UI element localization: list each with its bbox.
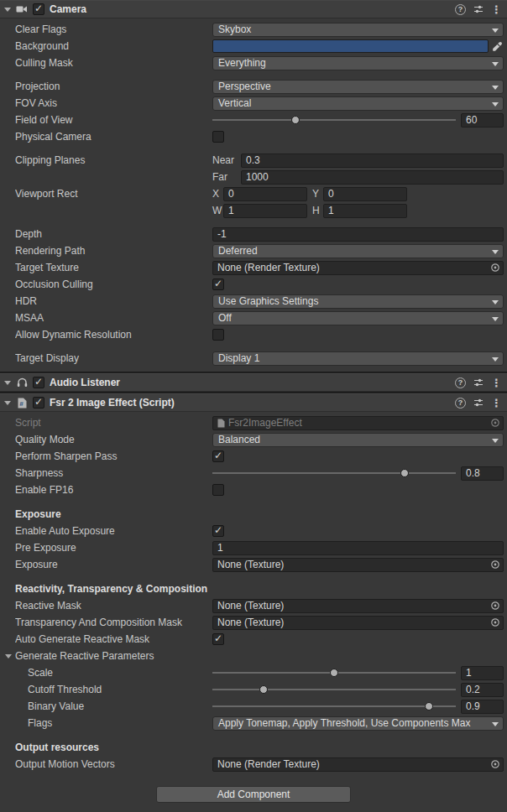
quality-mode-dropdown[interactable]: Balanced bbox=[212, 433, 504, 447]
chevron-down-icon bbox=[492, 62, 499, 66]
foldout-expanded-icon[interactable] bbox=[4, 381, 11, 385]
auto-generate-reactive-mask-checkbox[interactable] bbox=[212, 633, 224, 645]
presets-icon[interactable] bbox=[473, 377, 483, 388]
chevron-down-icon bbox=[492, 29, 499, 33]
msaa-dropdown[interactable]: Off bbox=[212, 311, 504, 325]
viewport-x-input[interactable]: 0 bbox=[223, 187, 307, 201]
row-perform-sharpen-pass: Perform Sharpen Pass bbox=[0, 448, 507, 465]
camera-enabled-checkbox[interactable] bbox=[33, 3, 44, 15]
sharpness-slider[interactable] bbox=[212, 465, 456, 481]
viewport-w-input[interactable]: 1 bbox=[223, 204, 307, 218]
chevron-down-icon bbox=[492, 439, 499, 443]
field-label: Viewport Rect bbox=[15, 188, 212, 200]
object-picker-icon[interactable] bbox=[489, 262, 501, 273]
audio-listener-component-header: Audio Listener ? ⋮ bbox=[0, 373, 507, 392]
field-label: Projection bbox=[15, 81, 212, 92]
field-of-view-input[interactable]: 60 bbox=[461, 113, 504, 128]
enable-fp16-checkbox[interactable] bbox=[212, 484, 224, 496]
cutoff-threshold-slider[interactable] bbox=[212, 681, 456, 698]
row-cutoff-threshold: Cutoff Threshold 0.2 bbox=[0, 681, 507, 698]
row-fov-axis: FOV Axis Vertical bbox=[0, 95, 507, 112]
output-motion-vectors-objectfield[interactable]: None (Render Texture) bbox=[212, 757, 504, 772]
row-occlusion-culling: Occlusion Culling bbox=[0, 276, 507, 293]
object-picker-icon[interactable] bbox=[489, 617, 501, 628]
object-picker-icon[interactable] bbox=[489, 417, 501, 429]
audio-listener-enabled-checkbox[interactable] bbox=[33, 377, 44, 388]
field-label: Exposure bbox=[15, 559, 212, 570]
field-value: 0.3 bbox=[246, 154, 260, 166]
field-label: Target Display bbox=[15, 352, 212, 364]
field-label: Output Motion Vectors bbox=[15, 758, 212, 770]
fov-axis-dropdown[interactable]: Vertical bbox=[212, 96, 504, 111]
exposure-objectfield[interactable]: None (Texture) bbox=[212, 558, 504, 572]
rendering-path-dropdown[interactable]: Deferred bbox=[212, 244, 504, 258]
more-menu-icon[interactable]: ⋮ bbox=[491, 377, 502, 388]
scale-slider[interactable] bbox=[212, 664, 456, 681]
binary-value-slider[interactable] bbox=[212, 698, 456, 715]
help-icon[interactable]: ? bbox=[455, 377, 466, 388]
w-sublabel: W bbox=[212, 205, 223, 216]
more-menu-icon[interactable]: ⋮ bbox=[491, 4, 502, 15]
row-target-display: Target Display Display 1 bbox=[0, 350, 507, 367]
reactive-mask-objectfield[interactable]: None (Texture) bbox=[212, 599, 504, 613]
viewport-y-input[interactable]: 0 bbox=[323, 187, 407, 201]
scale-input[interactable]: 1 bbox=[461, 666, 504, 680]
foldout-expanded-icon[interactable] bbox=[4, 401, 11, 405]
field-label: Allow Dynamic Resolution bbox=[15, 329, 212, 341]
background-color-swatch[interactable] bbox=[212, 39, 489, 53]
culling-mask-dropdown[interactable]: Everything bbox=[212, 56, 504, 70]
binary-value-input[interactable]: 0.9 bbox=[461, 700, 504, 714]
row-reactive-mask: Reactive Mask None (Texture) bbox=[0, 597, 507, 614]
enable-auto-exposure-checkbox[interactable] bbox=[212, 525, 224, 537]
row-auto-generate-reactive-mask: Auto Generate Reactive Mask bbox=[0, 631, 507, 648]
transparency-mask-objectfield[interactable]: None (Texture) bbox=[212, 616, 504, 630]
viewport-h-input[interactable]: 1 bbox=[323, 204, 407, 218]
allow-dynamic-resolution-checkbox[interactable] bbox=[212, 329, 224, 341]
slider-knob[interactable] bbox=[330, 669, 338, 677]
perform-sharpen-pass-checkbox[interactable] bbox=[212, 450, 224, 462]
slider-knob[interactable] bbox=[425, 702, 433, 710]
field-label: Rendering Path bbox=[15, 245, 212, 257]
script-file-icon bbox=[217, 419, 225, 428]
fsr2-enabled-checkbox[interactable] bbox=[33, 397, 44, 409]
clipping-near-input[interactable]: 0.3 bbox=[241, 154, 504, 168]
row-pre-exposure: Pre Exposure 1 bbox=[0, 539, 507, 556]
row-clipping-near: Clipping Planes Near 0.3 bbox=[0, 152, 507, 169]
foldout-expanded-icon[interactable] bbox=[5, 654, 12, 658]
flags-dropdown[interactable]: Apply Tonemap, Apply Threshold, Use Comp… bbox=[212, 716, 504, 731]
eyedropper-icon[interactable] bbox=[490, 39, 504, 53]
object-picker-icon[interactable] bbox=[489, 758, 501, 770]
hdr-dropdown[interactable]: Use Graphics Settings bbox=[212, 294, 504, 309]
projection-dropdown[interactable]: Perspective bbox=[212, 80, 504, 94]
presets-icon[interactable] bbox=[473, 398, 483, 408]
object-picker-icon[interactable] bbox=[489, 559, 501, 570]
slider-knob[interactable] bbox=[400, 469, 409, 477]
help-icon[interactable]: ? bbox=[455, 398, 466, 409]
row-generate-reactive-parameters[interactable]: Generate Reactive Parameters bbox=[0, 648, 507, 664]
target-display-dropdown[interactable]: Display 1 bbox=[212, 351, 504, 366]
dropdown-value: Off bbox=[218, 312, 232, 324]
clipping-far-input[interactable]: 1000 bbox=[241, 170, 504, 185]
cutoff-threshold-input[interactable]: 0.2 bbox=[461, 683, 504, 697]
slider-knob[interactable] bbox=[291, 116, 300, 124]
more-menu-icon[interactable]: ⋮ bbox=[491, 398, 502, 409]
clear-flags-dropdown[interactable]: Skybox bbox=[212, 23, 504, 37]
target-texture-objectfield[interactable]: None (Render Texture) bbox=[212, 261, 504, 275]
depth-input[interactable]: -1 bbox=[212, 227, 504, 242]
presets-icon[interactable] bbox=[473, 4, 483, 14]
occlusion-culling-checkbox[interactable] bbox=[212, 278, 224, 290]
field-of-view-slider[interactable] bbox=[212, 112, 456, 128]
reactivity-section-header: Reactivity, Transparency & Composition bbox=[0, 580, 507, 597]
physical-camera-checkbox[interactable] bbox=[212, 131, 224, 143]
pre-exposure-input[interactable]: 1 bbox=[212, 541, 504, 555]
field-value: 60 bbox=[466, 114, 477, 126]
sharpness-input[interactable]: 0.8 bbox=[461, 466, 504, 481]
dropdown-value: Perspective bbox=[218, 81, 271, 92]
slider-knob[interactable] bbox=[259, 685, 268, 694]
row-physical-camera: Physical Camera bbox=[0, 128, 507, 145]
far-sublabel: Far bbox=[212, 171, 241, 183]
help-icon[interactable]: ? bbox=[455, 4, 466, 15]
foldout-expanded-icon[interactable] bbox=[4, 8, 11, 12]
object-picker-icon[interactable] bbox=[489, 600, 501, 612]
add-component-button[interactable]: Add Component bbox=[156, 786, 351, 803]
